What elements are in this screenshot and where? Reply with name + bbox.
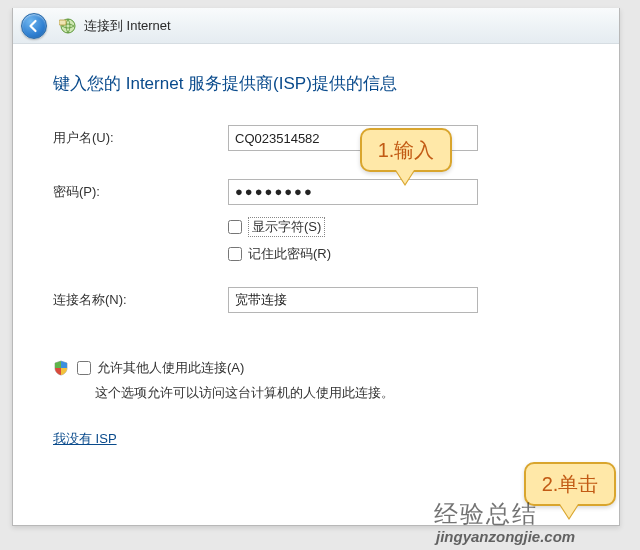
callout-click: 2.单击	[524, 462, 616, 506]
watermark-url: jingyanzongjie.com	[436, 528, 575, 545]
connection-name-input[interactable]	[228, 287, 478, 313]
callout-click-text: 2.单击	[542, 471, 599, 498]
back-button[interactable]	[21, 13, 47, 39]
callout-input: 1.输入	[360, 128, 452, 172]
content-area: 键入您的 Internet 服务提供商(ISP)提供的信息 用户名(U): 密码…	[13, 44, 619, 458]
wizard-window: 连接到 Internet 键入您的 Internet 服务提供商(ISP)提供的…	[12, 8, 620, 526]
username-label: 用户名(U):	[53, 129, 228, 147]
svg-rect-1	[59, 20, 66, 25]
password-label: 密码(P):	[53, 183, 228, 201]
allow-others-label: 允许其他人使用此连接(A)	[97, 359, 244, 377]
remember-label: 记住此密码(R)	[248, 245, 331, 263]
page-heading: 键入您的 Internet 服务提供商(ISP)提供的信息	[53, 72, 579, 95]
allow-others-checkbox[interactable]	[77, 361, 91, 375]
back-arrow-icon	[27, 19, 41, 33]
window-title: 连接到 Internet	[84, 17, 171, 35]
globe-icon	[59, 17, 77, 35]
allow-others-row: 允许其他人使用此连接(A)	[53, 359, 579, 380]
connection-name-label: 连接名称(N):	[53, 291, 228, 309]
shield-icon	[53, 360, 69, 380]
callout-input-text: 1.输入	[378, 137, 435, 164]
no-isp-link[interactable]: 我没有 ISP	[53, 430, 117, 448]
show-chars-label: 显示字符(S)	[248, 217, 325, 237]
show-chars-checkbox[interactable]	[228, 220, 242, 234]
titlebar: 连接到 Internet	[13, 8, 619, 44]
show-chars-row: 显示字符(S)	[228, 217, 579, 237]
allow-others-desc: 这个选项允许可以访问这台计算机的人使用此连接。	[95, 384, 579, 402]
remember-row: 记住此密码(R)	[228, 245, 579, 263]
password-input[interactable]: ●●●●●●●●	[228, 179, 478, 205]
remember-checkbox[interactable]	[228, 247, 242, 261]
